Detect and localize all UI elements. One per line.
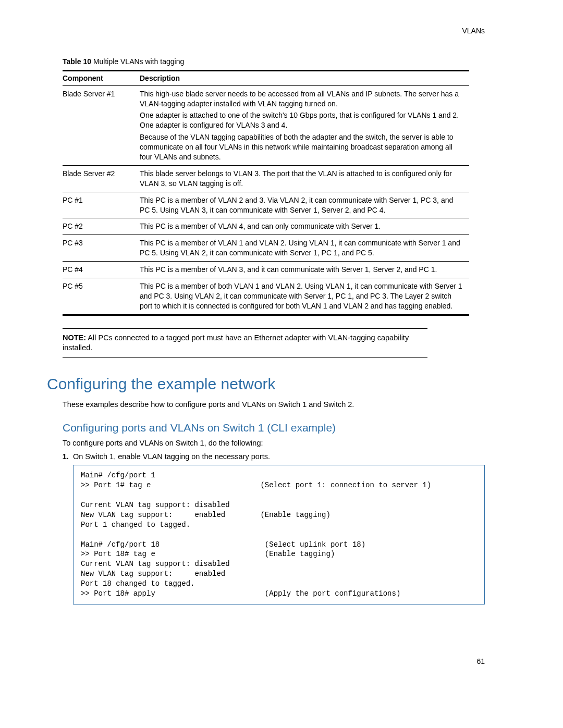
- subsection-intro: To configure ports and VLANs on Switch 1…: [63, 438, 516, 449]
- cell-component: PC #1: [63, 192, 140, 218]
- cell-component: PC #4: [63, 262, 140, 278]
- cli-output: Main# /cfg/port 1 >> Port 1# tag e (Sele…: [73, 465, 485, 604]
- note-text: All PCs connected to a tagged port must …: [63, 334, 409, 352]
- cell-component: PC #5: [63, 278, 140, 315]
- cell-component: Blade Server #2: [63, 165, 140, 192]
- desc-paragraph: This PC is a member of both VLAN 1 and V…: [140, 281, 465, 311]
- table-row: PC #3This PC is a member of VLAN 1 and V…: [63, 235, 469, 262]
- table-caption: Table 10 Multiple VLANs with tagging: [63, 57, 516, 67]
- cell-description: This PC is a member of VLAN 3, and it ca…: [140, 262, 469, 278]
- desc-paragraph: This PC is a member of VLAN 3, and it ca…: [140, 265, 465, 275]
- cell-description: This blade server belongs to VLAN 3. The…: [140, 165, 469, 192]
- cell-component: PC #2: [63, 218, 140, 235]
- step-1-text: On Switch 1, enable VLAN tagging on the …: [73, 452, 270, 461]
- running-header: VLANs: [47, 26, 516, 36]
- table-row: PC #2This PC is a member of VLAN 4, and …: [63, 218, 469, 235]
- cell-description: This PC is a member of VLAN 1 and VLAN 2…: [140, 235, 469, 262]
- note-lead: NOTE:: [63, 334, 86, 342]
- step-list: On Switch 1, enable VLAN tagging on the …: [73, 452, 516, 462]
- section-heading: Configuring the example network: [47, 374, 516, 395]
- table-label: Table 10: [63, 57, 91, 66]
- table-row: Blade Server #2This blade server belongs…: [63, 165, 469, 192]
- subsection-heading: Configuring ports and VLANs on Switch 1 …: [63, 421, 516, 435]
- desc-paragraph: One adapter is attached to one of the sw…: [140, 110, 465, 130]
- cell-description: This high-use blade server needs to be a…: [140, 85, 469, 165]
- desc-paragraph: This high-use blade server needs to be a…: [140, 89, 465, 109]
- table-row: PC #5This PC is a member of both VLAN 1 …: [63, 278, 469, 315]
- desc-paragraph: This PC is a member of VLAN 1 and VLAN 2…: [140, 238, 465, 258]
- table-row: PC #4This PC is a member of VLAN 3, and …: [63, 262, 469, 278]
- desc-paragraph: This blade server belongs to VLAN 3. The…: [140, 169, 465, 189]
- col-component: Component: [63, 70, 140, 85]
- desc-paragraph: This PC is a member of VLAN 4, and can o…: [140, 221, 465, 231]
- cell-description: This PC is a member of both VLAN 1 and V…: [140, 278, 469, 315]
- table-row: Blade Server #1This high-use blade serve…: [63, 85, 469, 165]
- page-number: 61: [47, 657, 516, 667]
- cell-description: This PC is a member of VLAN 2 and 3. Via…: [140, 192, 469, 218]
- col-description: Description: [140, 70, 469, 85]
- desc-paragraph: Because of the VLAN tagging capabilities…: [140, 132, 465, 162]
- cell-description: This PC is a member of VLAN 4, and can o…: [140, 218, 469, 235]
- note-block: NOTE: All PCs connected to a tagged port…: [63, 328, 427, 358]
- vlan-table: Component Description Blade Server #1Thi…: [63, 70, 469, 316]
- table-row: PC #1This PC is a member of VLAN 2 and 3…: [63, 192, 469, 218]
- table-caption-text: Multiple VLANs with tagging: [91, 57, 184, 66]
- cell-component: PC #3: [63, 235, 140, 262]
- desc-paragraph: This PC is a member of VLAN 2 and 3. Via…: [140, 195, 465, 215]
- section-intro: These examples describe how to configure…: [63, 400, 516, 410]
- step-1: On Switch 1, enable VLAN tagging on the …: [73, 452, 516, 462]
- cell-component: Blade Server #1: [63, 85, 140, 165]
